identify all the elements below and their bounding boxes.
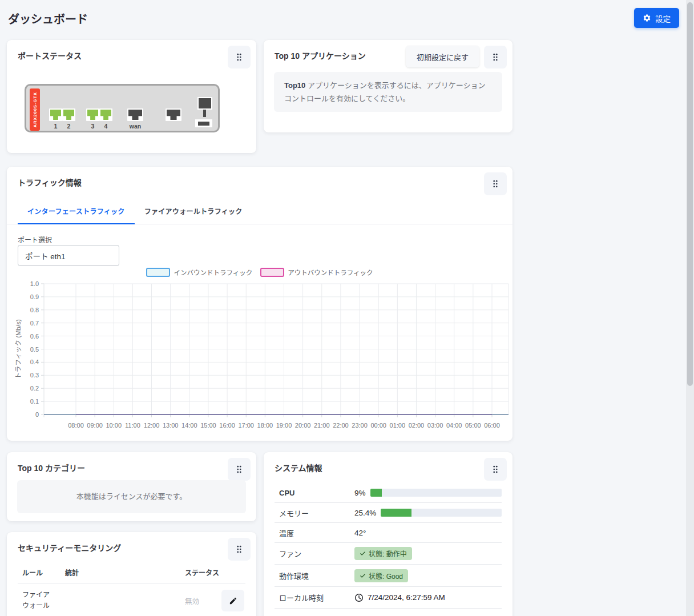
svg-text:21:00: 21:00 [314,422,330,429]
router-device-graphic: ARX200S-GTX 1234wan [25,84,220,132]
svg-text:1.0: 1.0 [30,280,39,287]
svg-text:09:00: 09:00 [87,422,103,429]
top-categories-drag-handle[interactable] [228,458,251,481]
svg-text:0.2: 0.2 [30,385,39,392]
system-row-local-time: ローカル時刻7/24/2024, 6:27:59 AM [275,587,502,609]
edit-rule-button[interactable] [221,590,244,611]
port-jack-icon [167,110,180,120]
traffic-card: トラフィック情報 インターフェーストラフィックファイアウォールトラフィック ポー… [7,167,513,441]
traffic-title: トラフィック情報 [18,176,82,188]
page-title: ダッシュボード [8,10,88,27]
port-select-label: ポート選択 [18,235,52,244]
svg-text:トラフィック (Mb/s): トラフィック (Mb/s) [15,319,22,379]
top-categories-card: Top 10 カテゴリー 本機能はライセンスが必要です。 [7,452,256,521]
top-applications-card: Top 10 アプリケーション 初期設定に戻す Top10 アプリケーションを表… [264,40,513,132]
system-row-value: 42° [354,529,366,537]
settings-button[interactable]: 設定 [634,8,679,28]
chart-legend: インバウンドトラフィックアウトバウンドトラフィック [7,268,513,277]
legend-label: インバウンドトラフィック [174,268,252,277]
tab-firewall-traffic[interactable]: ファイアウォールトラフィック [135,199,252,224]
system-row-label: ファン [279,548,354,559]
status-badge: 状態: Good [354,569,408,582]
security-drag-handle[interactable] [228,538,251,561]
svg-text:08:00: 08:00 [68,422,84,429]
grip-dots-icon [490,464,501,474]
top-applications-notice: Top10 アプリケーションを表示するには、アプリケーションコントロールを有効に… [274,72,502,112]
system-info-drag-handle[interactable] [484,458,507,481]
console-port-icon [195,119,212,127]
svg-text:0.3: 0.3 [30,372,39,379]
svg-text:03:00: 03:00 [427,422,443,429]
svg-text:20:00: 20:00 [295,422,311,429]
port-jack-icon [63,110,74,120]
device-model-label: ARX200S-GTX [30,88,40,131]
scrollbar-thumb[interactable] [687,2,693,386]
svg-text:0.8: 0.8 [30,307,39,313]
security-rule-name: ファイアウォール [22,590,55,611]
traffic-tabs: インターフェーストラフィックファイアウォールトラフィック [7,199,513,224]
top-categories-notice: 本機能はライセンスが必要です。 [17,480,246,513]
local-time-text: 7/24/2024, 6:27:59 AM [368,593,445,602]
port-3 [86,108,99,121]
grip-dots-icon [234,544,244,554]
system-row-label: 動作環境 [279,570,354,581]
legend-item-outbound[interactable]: アウトバウンドトラフィック [260,268,373,277]
gear-icon [643,14,651,22]
port-label: 4 [98,123,115,130]
svg-text:0.6: 0.6 [30,333,39,340]
svg-text:0.1: 0.1 [30,398,39,405]
svg-text:18:00: 18:00 [257,422,273,429]
port-jack-icon [87,110,98,120]
security-column-header: 統計 [65,567,185,577]
svg-text:0.7: 0.7 [30,320,39,327]
clock-icon [354,593,364,602]
system-row-label: ローカル時刻 [279,592,354,603]
port-status-card: ポートステータス ARX200S-GTX 1234wan [7,40,256,153]
svg-text:10:00: 10:00 [106,422,122,429]
svg-text:13:00: 13:00 [163,422,179,429]
grip-dots-icon [234,52,244,62]
status-badge: 状態: 動作中 [354,547,412,560]
security-monitoring-card: セキュリティーモニタリング ルール統計ステータスファイアウォール無効 [7,532,256,616]
security-rule-status: 無効 [185,590,245,611]
port-status-drag-handle[interactable] [228,46,251,69]
traffic-drag-handle[interactable] [484,172,507,195]
legend-item-inbound[interactable]: インバウンドトラフィック [146,268,252,277]
svg-text:14:00: 14:00 [181,422,197,429]
grip-dots-icon [490,179,501,189]
svg-text:05:00: 05:00 [465,422,481,429]
svg-text:00:00: 00:00 [370,422,386,429]
uplink-port-icon [197,97,212,110]
traffic-chart: 00.10.20.30.40.50.60.70.80.91.008:0009:0… [7,279,513,441]
tab-interface-traffic[interactable]: インターフェーストラフィック [18,199,135,224]
system-row-value: 9% [354,489,366,497]
grip-dots-icon [234,464,244,474]
svg-text:04:00: 04:00 [446,422,462,429]
svg-text:23:00: 23:00 [352,422,368,429]
scrollbar-track[interactable] [686,0,694,616]
system-row-label: メモリー [279,508,354,518]
legend-label: アウトバウンドトラフィック [288,268,373,277]
security-table-row: ファイアウォール無効 [18,583,245,616]
port-1 [49,108,62,121]
svg-text:06:00: 06:00 [484,422,500,429]
security-table: ルール統計ステータスファイアウォール無効 [18,565,245,616]
top-applications-drag-handle[interactable] [484,46,507,69]
security-column-header: ルール [22,567,65,577]
uplink-port-stem [203,110,206,117]
security-monitoring-title: セキュリティーモニタリング [18,542,121,553]
svg-text:15:00: 15:00 [200,422,216,429]
port-jack-icon [128,110,142,120]
system-row-temperature: 温度42° [275,523,502,543]
port-label: wan [127,123,144,130]
progress-bar [381,509,502,517]
svg-text:02:00: 02:00 [409,422,425,429]
port-select[interactable]: ポート eth1 [18,245,119,266]
svg-text:19:00: 19:00 [276,422,292,429]
grip-dots-icon [490,52,501,62]
port-2 [62,108,75,121]
reset-defaults-button[interactable]: 初期設定に戻す [406,46,479,67]
port-status-title: ポートステータス [18,50,82,61]
port-jack-icon [50,110,61,120]
status-badge-text: 状態: 動作中 [369,549,407,558]
